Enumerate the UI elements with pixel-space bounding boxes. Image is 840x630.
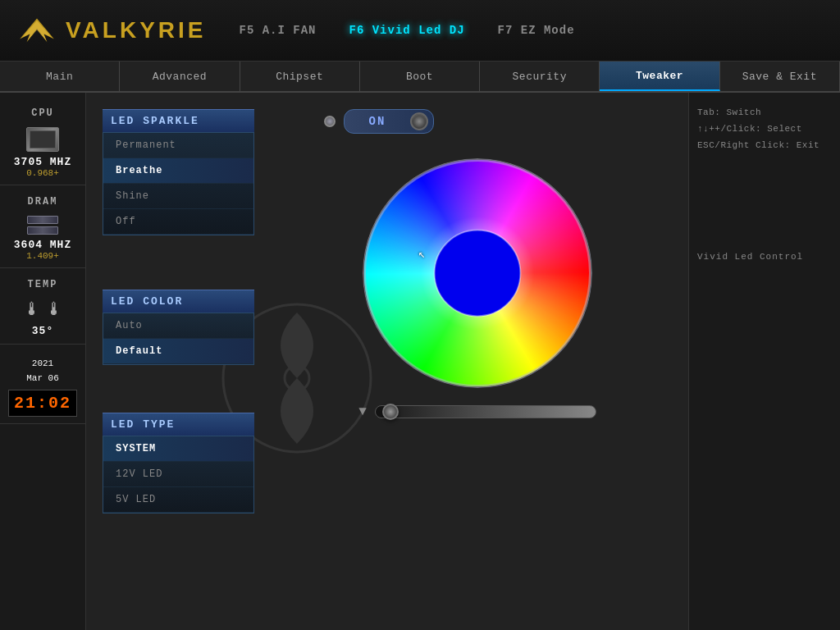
toggle-row: ON — [324, 109, 434, 134]
led-sparkle-shine[interactable]: Shine — [103, 184, 253, 209]
dram-speed: 3604 MHZ — [14, 239, 71, 251]
nav-tabs: Main Advanced Chipset Boot Security Twea… — [0, 62, 840, 93]
dram-power: 1.409+ — [26, 251, 59, 261]
led-sparkle-off[interactable]: Off — [103, 209, 253, 235]
led-sparkle-permanent[interactable]: Permanent — [103, 133, 253, 158]
header: VALKYRIE F5 A.I FAN F6 Vivid Led DJ F7 E… — [0, 0, 840, 62]
color-wheel[interactable] — [363, 158, 592, 388]
temp-icon: 🌡 🌡 — [23, 299, 63, 321]
nav-f6[interactable]: F6 Vivid Led DJ — [349, 24, 465, 37]
tab-advanced[interactable]: Advanced — [120, 62, 240, 91]
dram-stick-2 — [27, 226, 58, 235]
led-type-system[interactable]: SYSTEM — [103, 436, 253, 462]
dram-label: DRAM — [28, 196, 58, 208]
svg-marker-1 — [22, 21, 52, 41]
brightness-slider[interactable] — [375, 405, 596, 418]
cpu-power: 0.968+ — [26, 168, 59, 178]
header-nav: F5 A.I FAN F6 Vivid Led DJ F7 EZ Mode — [240, 24, 575, 37]
tab-boot[interactable]: Boot — [360, 62, 480, 91]
vivid-led-label: Vivid Led Control — [697, 252, 832, 262]
sidebar: CPU 3705 MHZ 0.968+ DRAM 3604 MHZ 1.409+… — [0, 93, 86, 630]
temp-value: 35° — [32, 325, 53, 337]
cpu-speed: 3705 MHZ — [14, 156, 71, 168]
temp-label: TEMP — [28, 279, 58, 290]
content-area: LED SPARKLE Permanent Breathe Shine Off … — [86, 93, 688, 630]
info-panel: Tab: Switch ↑↓++/Click: Select ESC/Right… — [688, 93, 840, 630]
main-area: CPU 3705 MHZ 0.968+ DRAM 3604 MHZ 1.409+… — [0, 93, 840, 630]
dram-icon — [27, 216, 58, 235]
toggle-knob — [410, 112, 428, 130]
led-sparkle-header: LED SPARKLE — [103, 109, 254, 132]
slider-row: ▼ — [358, 404, 596, 419]
led-color-section: LED COLOR Auto Default — [103, 290, 254, 365]
tab-main[interactable]: Main — [0, 62, 120, 91]
nav-f7[interactable]: F7 EZ Mode — [498, 24, 575, 37]
tab-tweaker[interactable]: Tweaker — [600, 62, 719, 91]
led-sparkle-breathe[interactable]: Breathe — [103, 158, 253, 184]
hints-text: Tab: Switch ↑↓++/Click: Select ESC/Right… — [697, 105, 832, 153]
logo-wings-icon — [16, 14, 57, 47]
date-display: Mar 06 — [26, 372, 59, 385]
thermometer-icon: 🌡 — [23, 299, 41, 321]
toggle-label: ON — [349, 115, 405, 128]
slider-arrow-icon: ▼ — [358, 404, 367, 419]
led-type-12v[interactable]: 12V LED — [103, 462, 253, 487]
cpu-label: CPU — [31, 107, 54, 119]
sidebar-dram: DRAM 3604 MHZ 1.409+ — [0, 189, 85, 268]
toggle-indicator — [324, 116, 336, 127]
led-type-5v[interactable]: 5V LED — [103, 487, 253, 513]
tab-chipset[interactable]: Chipset — [240, 62, 360, 91]
thermometer-icon-2: 🌡 — [45, 299, 63, 321]
tab-save-exit[interactable]: Save & Exit — [720, 62, 840, 91]
led-type-section: LED TYPE SYSTEM 12V LED 5V LED — [103, 413, 254, 514]
led-color-header: LED COLOR — [103, 290, 254, 313]
led-sparkle-options: Permanent Breathe Shine Off — [103, 132, 254, 235]
led-sparkle-section: LED SPARKLE Permanent Breathe Shine Off — [103, 109, 254, 235]
logo-area: VALKYRIE — [16, 14, 207, 47]
time-display: 21:02 — [8, 390, 77, 417]
led-color-default[interactable]: Default — [103, 339, 253, 364]
cpu-icon — [26, 127, 59, 152]
toggle-switch[interactable]: ON — [344, 109, 434, 134]
color-wheel-container[interactable]: ↖ — [363, 158, 592, 388]
led-color-options: Auto Default — [103, 313, 254, 365]
color-panel: ON ↖ ▼ — [275, 101, 680, 622]
sidebar-datetime: 2021 Mar 06 21:02 — [0, 349, 85, 424]
year-display: 2021 — [32, 358, 53, 370]
led-color-auto[interactable]: Auto — [103, 313, 253, 339]
led-type-options: SYSTEM 12V LED 5V LED — [103, 436, 254, 514]
slider-thumb[interactable] — [382, 404, 399, 420]
nav-f5[interactable]: F5 A.I FAN — [240, 24, 317, 37]
led-type-header: LED TYPE — [103, 413, 254, 436]
dram-stick-1 — [27, 216, 58, 224]
tab-security[interactable]: Security — [480, 62, 600, 91]
logo-text: VALKYRIE — [66, 17, 207, 43]
sidebar-temp: TEMP 🌡 🌡 35° — [0, 272, 85, 345]
sidebar-cpu: CPU 3705 MHZ 0.968+ — [0, 101, 85, 185]
